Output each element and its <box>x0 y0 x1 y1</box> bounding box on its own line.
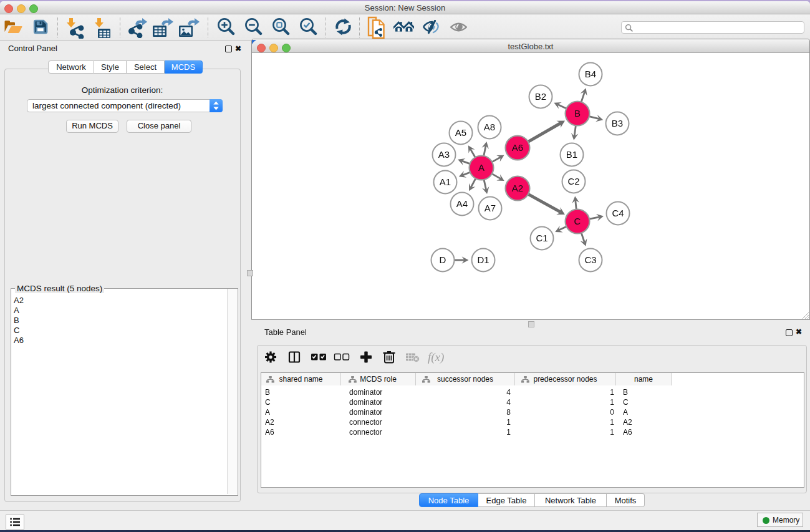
svg-text:B3: B3 <box>612 118 623 128</box>
svg-text:A: A <box>478 162 485 173</box>
svg-text:A4: A4 <box>456 198 468 209</box>
svg-text:f(x): f(x) <box>428 351 444 364</box>
svg-text:B: B <box>574 108 581 118</box>
svg-text:A1: A1 <box>440 177 451 187</box>
svg-text:D1: D1 <box>477 254 489 265</box>
svg-text:A3: A3 <box>438 149 450 160</box>
svg-text:A5: A5 <box>455 127 466 138</box>
svg-text:A2: A2 <box>512 183 523 193</box>
svg-text:C: C <box>574 216 581 226</box>
svg-text:B4: B4 <box>585 69 596 79</box>
svg-text:A7: A7 <box>485 203 496 213</box>
svg-text:C1: C1 <box>536 233 547 243</box>
svg-text:A8: A8 <box>484 122 495 132</box>
svg-text:C3: C3 <box>584 254 596 265</box>
svg-text:C4: C4 <box>612 208 624 218</box>
svg-text:B2: B2 <box>535 91 546 102</box>
svg-text:D: D <box>440 254 446 265</box>
svg-text:A6: A6 <box>512 142 523 153</box>
svg-text:C2: C2 <box>567 176 579 186</box>
svg-text:B1: B1 <box>566 149 577 160</box>
